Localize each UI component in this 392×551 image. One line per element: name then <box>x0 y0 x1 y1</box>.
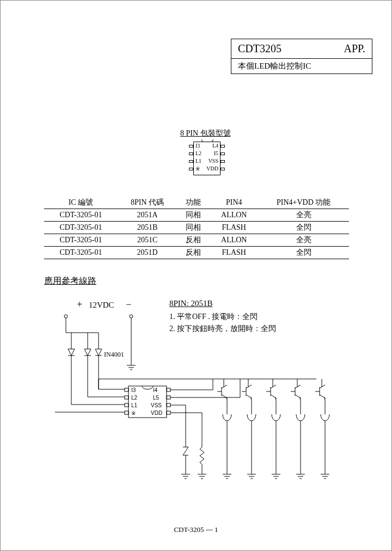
table-row: CDT-3205-01 2051A 同相 ALLON 全亮 <box>44 209 349 222</box>
svg-text:VSS: VSS <box>151 402 162 408</box>
variant-table: IC 編號 8PIN 代碼 功能 PIN4 PIN4+VDD 功能 CDT-32… <box>44 197 349 259</box>
svg-text:※: ※ <box>131 410 136 416</box>
title-box: CDT3205 APP. 本個LED輸出控制IC <box>231 39 372 74</box>
page-footer: CDT-3205 --- 1 <box>1 525 391 534</box>
svg-text:L5: L5 <box>153 395 160 401</box>
svg-line-74 <box>246 385 252 388</box>
schematic-diagram: I3 L2 L1 ※ I4 L5 VSS VDD <box>44 305 349 507</box>
subtitle: 本個LED輸出控制IC <box>231 59 372 74</box>
svg-point-0 <box>64 315 68 318</box>
svg-line-94 <box>295 385 301 388</box>
svg-rect-27 <box>125 403 128 407</box>
svg-text:L1: L1 <box>131 402 138 408</box>
section-title: 應用參考線路 <box>44 276 96 287</box>
svg-rect-30 <box>167 396 170 399</box>
svg-rect-28 <box>125 411 128 414</box>
pin-vss: VSS <box>209 158 218 164</box>
pin-l3: I3 <box>195 143 200 149</box>
svg-text:I4: I4 <box>153 387 158 393</box>
part-number: CDT3205 <box>238 42 281 55</box>
pin-vdd: VDD <box>206 166 218 172</box>
title-row: CDT3205 APP. <box>231 39 372 59</box>
table-header-row: IC 編號 8PIN 代碼 功能 PIN4 PIN4+VDD 功能 <box>44 197 349 209</box>
chip-pinout: I3 L2 L1 ※ L4 I5 VSS VDD <box>180 139 234 179</box>
th-pin4: PIN4 <box>210 197 258 209</box>
th-code: 8PIN 代碼 <box>118 197 177 209</box>
pin-star: ※ <box>195 166 200 172</box>
svg-line-104 <box>320 385 325 388</box>
pin-l5: I5 <box>214 150 218 156</box>
svg-line-64 <box>222 385 227 388</box>
pin-l2: L2 <box>195 150 201 156</box>
pin-l1: L1 <box>195 158 201 164</box>
table-row: CDT-3205-01 2051D 反相 FLASH 全閃 <box>44 247 349 259</box>
svg-text:VDD: VDD <box>151 410 162 416</box>
svg-rect-26 <box>125 396 128 399</box>
svg-text:L2: L2 <box>131 395 138 401</box>
pinout-title: 8 PIN 包裝型號 <box>180 128 231 138</box>
pin-l4: L4 <box>212 143 218 149</box>
table-row: CDT-3205-01 2051B 同相 FLASH 全閃 <box>44 222 349 234</box>
app-tag: APP. <box>344 42 365 55</box>
th-ic: IC 編號 <box>44 197 118 209</box>
svg-rect-29 <box>167 388 170 391</box>
svg-point-12 <box>130 315 133 318</box>
th-pin4vdd: PIN4+VDD 功能 <box>258 197 349 209</box>
svg-rect-31 <box>167 403 170 407</box>
svg-rect-32 <box>167 411 170 414</box>
svg-line-84 <box>271 385 276 388</box>
th-func: 功能 <box>177 197 210 209</box>
svg-rect-25 <box>125 388 128 391</box>
svg-text:I3: I3 <box>131 387 136 393</box>
table-row: CDT-3205-01 2051C 反相 ALLON 全亮 <box>44 234 349 247</box>
